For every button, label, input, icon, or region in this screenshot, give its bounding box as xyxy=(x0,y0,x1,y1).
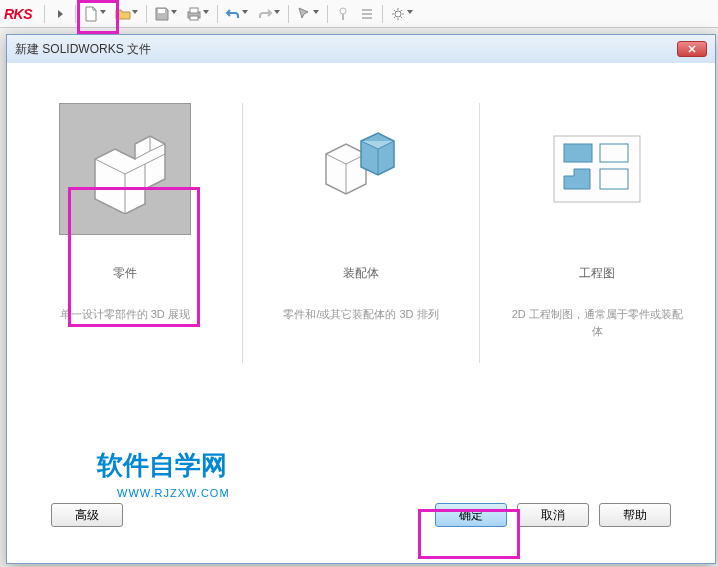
rebuild-icon xyxy=(335,6,351,22)
template-options: 零件 单一设计零部件的 3D 展现 装配体 零件和/或其它装配体的 3D 排列 xyxy=(27,103,695,487)
rebuild-button[interactable] xyxy=(332,3,354,25)
cursor-icon xyxy=(296,6,312,22)
dialog-title: 新建 SOLIDWORKS 文件 xyxy=(15,41,151,58)
help-button[interactable]: 帮助 xyxy=(599,503,671,527)
watermark: 软件自学网 xyxy=(97,448,227,483)
svg-rect-8 xyxy=(564,144,592,162)
dropdown-arrow-icon xyxy=(242,10,249,17)
new-file-dialog: 新建 SOLIDWORKS 文件 零件 单一设计零部件的 3D 展现 xyxy=(6,34,716,564)
option-desc: 2D 工程制图，通常属于零件或装配体 xyxy=(510,306,685,339)
option-desc: 零件和/或其它装配体的 3D 排列 xyxy=(283,306,438,323)
redo-icon xyxy=(257,6,273,22)
select-button[interactable] xyxy=(293,3,323,25)
separator xyxy=(44,5,45,23)
undo-icon xyxy=(225,6,241,22)
open-folder-icon xyxy=(115,6,131,22)
separator xyxy=(217,5,218,23)
new-file-button[interactable] xyxy=(80,3,110,25)
part-icon xyxy=(75,124,175,214)
print-icon xyxy=(186,6,202,22)
new-file-icon xyxy=(83,6,99,22)
option-desc: 单一设计零部件的 3D 展现 xyxy=(60,306,190,323)
assembly-icon xyxy=(316,129,406,209)
print-button[interactable] xyxy=(183,3,213,25)
option-assembly[interactable]: 装配体 零件和/或其它装配体的 3D 排列 xyxy=(263,103,458,487)
gear-icon xyxy=(390,6,406,22)
dropdown-arrow-icon xyxy=(274,10,281,17)
cancel-button[interactable]: 取消 xyxy=(517,503,589,527)
option-drawing[interactable]: 工程图 2D 工程制图，通常属于零件或装配体 xyxy=(500,103,695,487)
option-title: 工程图 xyxy=(579,265,615,282)
save-icon xyxy=(154,6,170,22)
main-toolbar: RKS xyxy=(0,0,718,28)
svg-rect-0 xyxy=(158,9,165,13)
separator xyxy=(382,5,383,23)
svg-rect-3 xyxy=(190,16,198,20)
option-part[interactable]: 零件 单一设计零部件的 3D 展现 xyxy=(27,103,222,487)
dropdown-arrow-icon xyxy=(203,10,210,17)
drawing-icon-box[interactable] xyxy=(531,103,663,235)
dropdown-arrow-icon xyxy=(132,10,139,17)
svg-rect-5 xyxy=(342,14,344,20)
expand-icon[interactable] xyxy=(49,3,71,25)
option-title: 装配体 xyxy=(343,265,379,282)
separator xyxy=(75,5,76,23)
undo-button[interactable] xyxy=(222,3,252,25)
settings-button[interactable] xyxy=(387,3,417,25)
save-button[interactable] xyxy=(151,3,181,25)
assembly-icon-box[interactable] xyxy=(295,103,427,235)
svg-point-4 xyxy=(340,8,346,14)
dialog-content: 零件 单一设计零部件的 3D 展现 装配体 零件和/或其它装配体的 3D 排列 xyxy=(7,63,715,563)
separator xyxy=(479,103,480,363)
option-title: 零件 xyxy=(113,265,137,282)
dropdown-arrow-icon xyxy=(407,10,414,17)
dropdown-arrow-icon xyxy=(313,10,320,17)
dropdown-arrow-icon xyxy=(100,10,107,17)
watermark-url: WWW.RJZXW.COM xyxy=(117,487,230,499)
separator xyxy=(288,5,289,23)
separator xyxy=(327,5,328,23)
separator xyxy=(242,103,243,363)
drawing-icon xyxy=(552,134,642,204)
app-logo: RKS xyxy=(4,6,32,22)
svg-rect-2 xyxy=(190,8,198,13)
redo-button[interactable] xyxy=(254,3,284,25)
advanced-button[interactable]: 高级 xyxy=(51,503,123,527)
options-button[interactable] xyxy=(356,3,378,25)
separator xyxy=(146,5,147,23)
svg-point-6 xyxy=(395,11,401,17)
part-icon-box[interactable] xyxy=(59,103,191,235)
ok-button[interactable]: 确定 xyxy=(435,503,507,527)
list-icon xyxy=(359,6,375,22)
dropdown-arrow-icon xyxy=(171,10,178,17)
open-file-button[interactable] xyxy=(112,3,142,25)
close-button[interactable] xyxy=(677,41,707,57)
dialog-titlebar: 新建 SOLIDWORKS 文件 xyxy=(7,35,715,63)
close-icon xyxy=(687,44,697,54)
